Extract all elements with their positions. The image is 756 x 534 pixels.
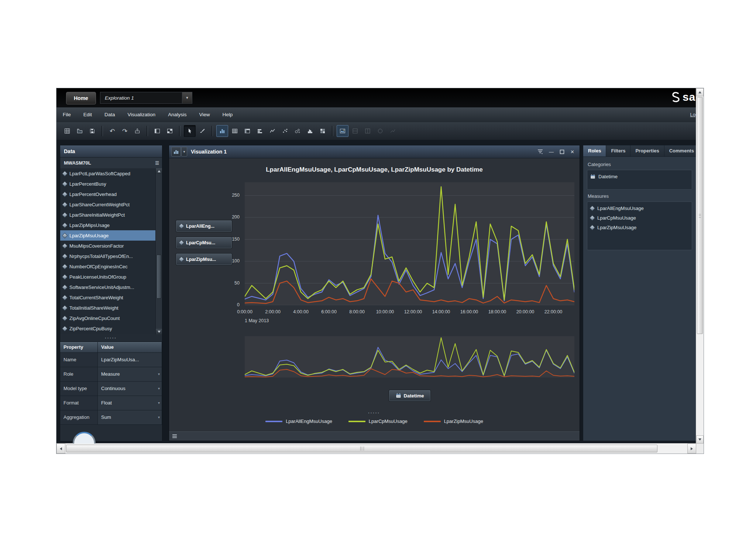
measure-item[interactable]: LparCpMsuUsage bbox=[587, 213, 692, 223]
scroll-down-button[interactable] bbox=[696, 435, 704, 444]
home-tab[interactable]: Home bbox=[66, 92, 96, 104]
pointer-select-button[interactable] bbox=[184, 125, 196, 137]
maximize-icon[interactable] bbox=[560, 149, 564, 154]
scroll-right-button[interactable] bbox=[687, 444, 696, 454]
overview-plot[interactable] bbox=[245, 336, 574, 378]
menu-analysis[interactable]: Analysis bbox=[162, 107, 193, 122]
scrollbar-thumb[interactable] bbox=[157, 255, 161, 299]
histogram-button[interactable] bbox=[304, 125, 316, 137]
tab-roles[interactable]: Roles bbox=[583, 145, 606, 156]
measure-item[interactable]: LparAllEngMsuUsage bbox=[587, 203, 692, 213]
series-button-lparcpmsu[interactable]: LparCpMsu... bbox=[176, 237, 232, 249]
chevron-down-icon[interactable]: ▾ bbox=[158, 382, 160, 396]
dataset-selector[interactable]: MWASM70L ☰ bbox=[60, 158, 162, 169]
chevron-down-icon[interactable]: ▾ bbox=[158, 367, 160, 381]
scroll-up-icon[interactable] bbox=[156, 168, 162, 174]
field-item[interactable]: LparPercentOverhead bbox=[60, 189, 162, 199]
heatmap-button[interactable] bbox=[317, 125, 329, 137]
chevron-down-icon[interactable]: ▼ bbox=[182, 92, 192, 103]
dock-panel-icon[interactable] bbox=[172, 434, 177, 438]
field-item[interactable]: LparPctLparWasSoftCapped bbox=[60, 168, 162, 179]
grid-new-button[interactable] bbox=[61, 125, 73, 137]
series-button-lparzipmsu[interactable]: LparZipMsu... bbox=[176, 253, 232, 265]
crosstab-button[interactable] bbox=[241, 125, 253, 137]
field-item[interactable]: SoftwareServiceUnitAdjustm... bbox=[60, 282, 162, 292]
field-item[interactable]: TotalCurrentShareWeight bbox=[60, 292, 162, 303]
minimize-icon[interactable]: — bbox=[549, 149, 554, 154]
menu-file[interactable]: File bbox=[56, 107, 77, 122]
menu-visualization[interactable]: Visualization bbox=[121, 107, 162, 122]
field-item[interactable]: TotalInitialShareWeight bbox=[60, 303, 162, 313]
dual-panel-button[interactable] bbox=[164, 125, 176, 137]
field-item[interactable]: PeakLicenseUnitsOfGroup bbox=[60, 272, 162, 282]
menu-help[interactable]: Help bbox=[216, 107, 239, 122]
field-item[interactable]: MsuMipsCoversionFactor bbox=[60, 241, 162, 251]
filter-menu-icon[interactable] bbox=[537, 149, 543, 154]
tab-properties[interactable]: Properties bbox=[630, 145, 664, 156]
datetime-button[interactable]: Datetime bbox=[389, 390, 431, 402]
property-name-value[interactable]: LparZipMsuUsa... bbox=[98, 353, 162, 367]
panel-splitter[interactable]: ••••• bbox=[60, 335, 162, 341]
chevron-down-icon[interactable]: ▾ bbox=[158, 396, 160, 410]
field-item[interactable]: LparShareCurrentWeightPct bbox=[60, 199, 162, 210]
scroll-down-icon[interactable] bbox=[156, 329, 162, 334]
close-icon[interactable]: ✕ bbox=[570, 149, 574, 154]
vertical-scrollbar-thumb[interactable] bbox=[697, 97, 703, 334]
auto-chart-button[interactable] bbox=[216, 125, 228, 137]
main-plot[interactable] bbox=[245, 182, 574, 305]
viz-splitter[interactable]: ••••• bbox=[169, 410, 580, 416]
measures-label: Measures bbox=[588, 193, 609, 199]
field-item[interactable]: NumberOfCpEnginesInCec bbox=[60, 261, 162, 272]
legend-item[interactable]: LparAllEngMsuUsage bbox=[265, 418, 332, 424]
tab-comments[interactable]: Comments bbox=[664, 145, 696, 156]
measure-icon bbox=[62, 170, 68, 176]
exploration-select[interactable]: Exploration 1 ▼ bbox=[100, 92, 192, 104]
field-list-scrollbar[interactable] bbox=[155, 168, 162, 334]
field-list: LparPctLparWasSoftCapped LparPercentBusy… bbox=[60, 168, 162, 334]
field-item[interactable]: LparPercentBusy bbox=[60, 179, 162, 189]
menu-view[interactable]: View bbox=[193, 107, 216, 122]
menu-data[interactable]: Data bbox=[98, 107, 121, 122]
y-tick-label: 100 bbox=[232, 258, 240, 263]
scroll-left-button[interactable] bbox=[56, 444, 65, 454]
image-map-button[interactable] bbox=[337, 125, 348, 137]
legend-swatch bbox=[348, 421, 365, 422]
line-chart-button[interactable] bbox=[267, 125, 278, 137]
field-item[interactable]: ZipPercentCpuBusy bbox=[60, 323, 162, 334]
horizontal-scrollbar[interactable] bbox=[56, 443, 696, 454]
table-button[interactable] bbox=[229, 125, 241, 137]
save-button[interactable] bbox=[86, 125, 98, 137]
menu-edit[interactable]: Edit bbox=[77, 107, 98, 122]
property-modeltype-value[interactable]: Continuous▾ bbox=[98, 382, 162, 396]
series-button-lparalleng[interactable]: LparAllEng... bbox=[176, 220, 232, 232]
bubble-plot-button[interactable] bbox=[292, 125, 303, 137]
measure-item[interactable]: LparZipMsuUsage bbox=[587, 223, 692, 232]
scroll-up-button[interactable] bbox=[696, 88, 704, 96]
field-item[interactable]: LparShareInitialWeightPct bbox=[60, 210, 162, 220]
category-item-datetime[interactable]: Datetime bbox=[587, 172, 692, 181]
open-button[interactable] bbox=[74, 125, 86, 137]
field-item[interactable]: LparZipMipsUsage bbox=[60, 220, 162, 230]
app-window: Home Exploration 1 ▼ sas File Edit Data … bbox=[56, 88, 704, 454]
horizontal-scrollbar-thumb[interactable] bbox=[66, 445, 657, 452]
property-role-value[interactable]: Measure▾ bbox=[98, 367, 162, 382]
property-format-value[interactable]: Float▾ bbox=[98, 396, 162, 410]
redo-button[interactable]: ↷ bbox=[119, 125, 131, 137]
scatter-plot-button[interactable] bbox=[279, 125, 291, 137]
legend-item[interactable]: LparZipMsuUsage bbox=[424, 418, 483, 424]
undo-button[interactable]: ↶ bbox=[106, 125, 118, 137]
dataset-menu-icon[interactable]: ☰ bbox=[155, 158, 159, 169]
log-off-link[interactable]: Log Off bbox=[690, 107, 696, 122]
brush-button[interactable] bbox=[196, 125, 208, 137]
field-item[interactable]: NrphycpsTotalAllTypesOfEn... bbox=[60, 251, 162, 261]
bar-chart-button[interactable] bbox=[254, 125, 266, 137]
export-button[interactable] bbox=[131, 125, 143, 137]
field-item[interactable]: ZipAvgOnlineCpuCount bbox=[60, 313, 162, 323]
tab-filters[interactable]: Filters bbox=[606, 145, 630, 156]
left-panel-button[interactable] bbox=[151, 125, 163, 137]
property-aggregation-value[interactable]: Sum▾ bbox=[98, 410, 162, 425]
vertical-scrollbar[interactable] bbox=[696, 88, 704, 444]
chevron-down-icon[interactable]: ▾ bbox=[158, 410, 160, 424]
legend-item[interactable]: LparCpMsuUsage bbox=[348, 418, 408, 424]
field-item[interactable]: LparZipMsuUsage bbox=[60, 230, 162, 241]
